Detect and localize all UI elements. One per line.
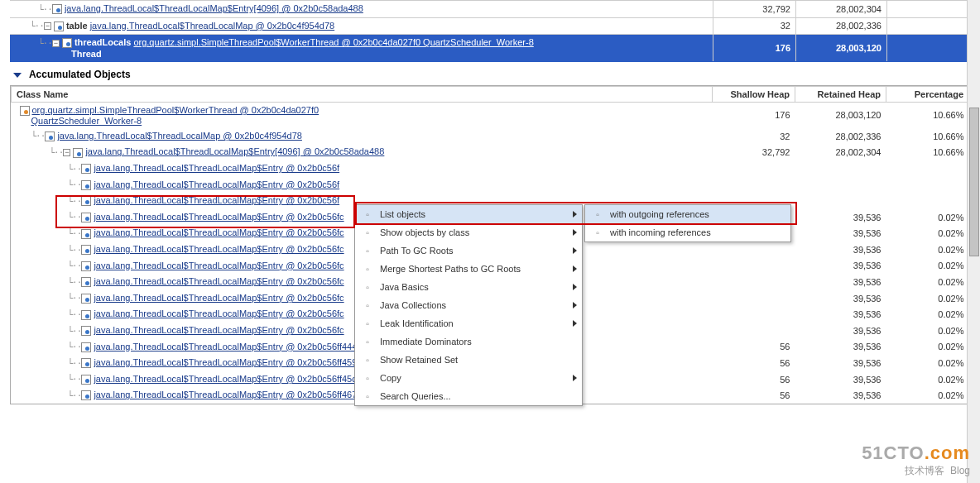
menu-item[interactable]: ▫Copy: [355, 369, 582, 387]
menu-icon: ▫: [360, 244, 375, 257]
object-icon: [81, 245, 91, 255]
object-icon: [81, 390, 91, 400]
object-icon: [81, 261, 91, 271]
object-icon: [81, 310, 91, 320]
menu-item[interactable]: ▫Merge Shortest Paths to GC Roots: [355, 260, 582, 278]
submenu-arrow-icon: [573, 229, 577, 236]
table-row[interactable]: └··java.lang.ThreadLocal$ThreadLocalMap$…: [10, 1, 970, 18]
section-toggle-icon: [13, 73, 22, 78]
section-accumulated-objects[interactable]: Accumulated Objects: [10, 62, 970, 85]
menu-item[interactable]: ▫Java Basics: [355, 278, 582, 296]
object-icon: [62, 38, 72, 48]
col-classname[interactable]: Class Name: [12, 86, 713, 102]
menu-icon: ▫: [360, 262, 375, 275]
table-row[interactable]: └··−table java.lang.ThreadLocal$ThreadLo…: [10, 17, 970, 35]
table-row[interactable]: └··java.lang.ThreadLocal$ThreadLocalMap …: [12, 128, 969, 145]
class-link[interactable]: java.lang.ThreadLocal$ThreadLocalMap$Ent…: [94, 276, 343, 286]
submenu-arrow-icon: [573, 320, 577, 327]
tree-expander-icon[interactable]: −: [44, 22, 51, 30]
tree-expander-icon[interactable]: −: [63, 149, 70, 156]
class-link[interactable]: java.lang.ThreadLocal$ThreadLocalMap$Ent…: [85, 146, 384, 156]
object-icon: [81, 213, 91, 222]
submenu-arrow-icon: [573, 211, 577, 218]
menu-item[interactable]: ▫Show objects by class: [355, 223, 582, 242]
class-link[interactable]: java.lang.ThreadLocal$ThreadLocalMap$Ent…: [94, 227, 343, 237]
class-link[interactable]: java.lang.ThreadLocal$ThreadLocalMap$Ent…: [94, 357, 362, 367]
object-icon: [54, 22, 64, 31]
scrollbar-thumb[interactable]: [969, 108, 979, 256]
class-link[interactable]: java.lang.ThreadLocal$ThreadLocalMap$Ent…: [94, 244, 343, 254]
menu-item[interactable]: ▫Immediate Dominators: [355, 332, 582, 351]
object-icon: [81, 229, 91, 239]
vertical-scrollbar[interactable]: [967, 0, 980, 483]
menu-icon: ▫: [360, 353, 375, 366]
class-link[interactable]: org.quartz.simpl.SimpleThreadPool$Worker…: [32, 105, 319, 115]
table-header-row: Class Name Shallow Heap Retained Heap Pe…: [12, 86, 969, 102]
table-row[interactable]: └··java.lang.ThreadLocal$ThreadLocalMap$…: [12, 160, 969, 177]
submenu-item[interactable]: ▫with outgoing references: [585, 205, 790, 223]
menu-icon: ▫: [590, 226, 605, 239]
menu-item[interactable]: ▫Path To GC Roots: [355, 242, 582, 260]
col-percentage[interactable]: Percentage: [886, 86, 969, 102]
context-menu[interactable]: ▫List objects▫Show objects by class▫Path…: [354, 204, 583, 406]
object-icon: [81, 342, 91, 352]
menu-item[interactable]: ▫Search Queries...: [355, 387, 582, 405]
class-link[interactable]: java.lang.ThreadLocal$ThreadLocalMap$Ent…: [94, 195, 339, 205]
object-icon: [81, 164, 91, 174]
class-link[interactable]: java.lang.ThreadLocal$ThreadLocalMap$Ent…: [94, 325, 343, 335]
class-link[interactable]: QuartzScheduler_Worker-8: [31, 116, 142, 126]
object-icon: [81, 294, 91, 304]
submenu-item[interactable]: ▫with incoming references: [585, 223, 790, 242]
class-link[interactable]: java.lang.ThreadLocal$ThreadLocalMap @ 0…: [57, 131, 302, 141]
class-link[interactable]: java.lang.ThreadLocal$ThreadLocalMap$Ent…: [94, 212, 343, 222]
menu-item[interactable]: ▫List objects: [355, 205, 582, 223]
class-link[interactable]: java.lang.ThreadLocal$ThreadLocalMap$Ent…: [94, 308, 343, 318]
class-link[interactable]: java.lang.ThreadLocal$ThreadLocalMap$Ent…: [94, 374, 361, 384]
menu-icon: ▫: [360, 280, 375, 294]
object-icon: [81, 326, 91, 336]
class-link[interactable]: java.lang.ThreadLocal$ThreadLocalMap @ 0…: [90, 21, 335, 31]
class-link[interactable]: java.lang.ThreadLocal$ThreadLocalMap$Ent…: [94, 293, 343, 303]
menu-icon: ▫: [360, 226, 375, 239]
menu-icon: ▫: [360, 317, 375, 330]
object-icon: [73, 148, 83, 158]
col-shallow-heap[interactable]: Shallow Heap: [713, 86, 795, 102]
object-icon: [45, 132, 55, 141]
submenu-arrow-icon: [573, 302, 577, 308]
submenu-arrow-icon: [573, 284, 577, 290]
class-link[interactable]: java.lang.ThreadLocal$ThreadLocalMap$Ent…: [94, 179, 339, 189]
class-link[interactable]: java.lang.ThreadLocal$ThreadLocalMap$Ent…: [94, 342, 362, 351]
watermark: 51CTO.com 技术博客 Blog: [862, 442, 970, 478]
menu-icon: ▫: [360, 299, 375, 312]
object-icon: [81, 180, 91, 190]
menu-icon: ▫: [360, 208, 375, 221]
object-icon: [81, 358, 91, 368]
tree-expander-icon[interactable]: −: [52, 40, 60, 47]
class-link[interactable]: java.lang.ThreadLocal$ThreadLocalMap$Ent…: [65, 3, 363, 13]
submenu-arrow-icon: [573, 265, 577, 272]
table-row[interactable]: org.quartz.simpl.SimpleThreadPool$Worker…: [12, 102, 969, 128]
class-link[interactable]: java.lang.ThreadLocal$ThreadLocalMap$Ent…: [94, 390, 362, 399]
object-icon: [81, 196, 91, 206]
table-row[interactable]: └··java.lang.ThreadLocal$ThreadLocalMap$…: [12, 177, 969, 194]
menu-icon: ▫: [590, 208, 605, 221]
table-row[interactable]: └··−threadLocals org.quartz.simpl.Simple…: [10, 35, 970, 62]
class-link[interactable]: org.quartz.simpl.SimpleThreadPool$Worker…: [133, 37, 533, 47]
class-link[interactable]: java.lang.ThreadLocal$ThreadLocalMap$Ent…: [94, 163, 339, 173]
menu-item[interactable]: ▫Java Collections: [355, 296, 582, 314]
menu-item[interactable]: ▫Show Retained Set: [355, 351, 582, 369]
submenu-arrow-icon: [573, 247, 577, 254]
submenu-arrow-icon: [573, 375, 577, 381]
object-icon: [52, 4, 62, 14]
class-link[interactable]: java.lang.ThreadLocal$ThreadLocalMap$Ent…: [94, 261, 343, 270]
top-tree-table: └··java.lang.ThreadLocal$ThreadLocalMap$…: [10, 0, 970, 62]
object-icon: [81, 277, 91, 287]
menu-item[interactable]: ▫Leak Identification: [355, 314, 582, 332]
context-submenu[interactable]: ▫with outgoing references▫with incoming …: [584, 204, 791, 242]
section-title: Accumulated Objects: [29, 69, 131, 80]
menu-icon: ▫: [360, 390, 375, 403]
object-icon: [81, 375, 91, 385]
col-retained-heap[interactable]: Retained Heap: [795, 86, 886, 102]
table-row[interactable]: └··−java.lang.ThreadLocal$ThreadLocalMap…: [12, 144, 969, 160]
menu-icon: ▫: [360, 371, 375, 385]
